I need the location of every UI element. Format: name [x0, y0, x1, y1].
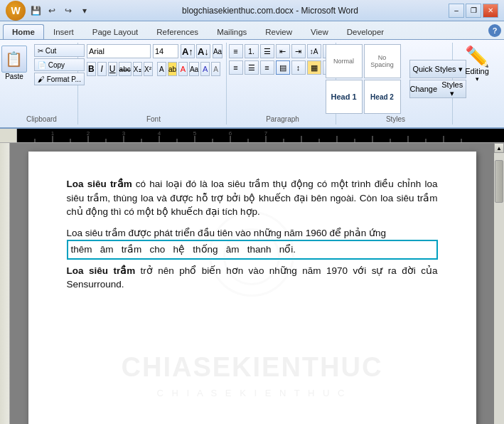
font-group-content: A↑ A↓ Aa B I U abc X₂ X² A ab A Aa: [87, 44, 220, 114]
shading-button[interactable]: ▦: [307, 60, 321, 75]
shrink-font-button[interactable]: A↓: [196, 44, 210, 58]
align-right-button[interactable]: ≡: [260, 60, 274, 75]
highlight-button[interactable]: ab: [168, 62, 177, 76]
italic-button[interactable]: I: [97, 62, 107, 76]
grow-font-button[interactable]: A↑: [181, 44, 195, 58]
style-no-spacing[interactable]: No Spacing: [364, 44, 401, 78]
underline-button[interactable]: U: [108, 62, 117, 76]
format-row: B I U abc X₂ X² A ab A Aa A A: [87, 62, 220, 76]
styles-group-label: Styles: [386, 114, 405, 123]
sort-button[interactable]: ↕A: [307, 44, 321, 58]
paragraph-group-label: Paragraph: [266, 114, 299, 123]
document-page: Loa siêu trầm có hai loại đó là loa siêu…: [28, 152, 476, 424]
scroll-up-button[interactable]: ▲: [494, 143, 504, 153]
scrollbar-thumb[interactable]: [495, 160, 503, 203]
cut-button[interactable]: ✂ Cut: [34, 44, 85, 57]
strikethrough-button[interactable]: abc: [119, 62, 132, 76]
paste-button[interactable]: 📋 Paste: [0, 44, 30, 82]
superscript-button[interactable]: X²: [144, 62, 153, 76]
save-button[interactable]: 💾: [28, 4, 43, 18]
clear-formatting-button[interactable]: Aa: [213, 44, 222, 58]
quick-access-toolbar: 💾 ↩ ↪ ▾: [28, 4, 92, 18]
styles-group-content: Normal No Spacing Head 1 Head 2 Quick: [326, 44, 466, 114]
redo-button[interactable]: ↪: [61, 4, 75, 18]
font-name-input[interactable]: [87, 44, 151, 58]
text-effects-button[interactable]: A: [157, 62, 166, 76]
copy-button[interactable]: 📄 Copy: [34, 58, 85, 71]
paste-label: Paste: [5, 73, 23, 80]
change-case-button[interactable]: Aa: [189, 62, 199, 76]
bold-button[interactable]: B: [87, 62, 96, 76]
paragraph-row2: ≡ ☰ ≡ ▤ ↕ ▦ ⊞: [229, 60, 337, 75]
decrease-indent-button[interactable]: ⇤: [276, 44, 290, 58]
tab-review[interactable]: Review: [256, 24, 301, 39]
ribbon-content: 📋 Paste ✂ Cut 📄 Copy 🖌 Format P... Clipb…: [0, 39, 504, 127]
tab-developer[interactable]: Developer: [338, 24, 393, 39]
font-size-input[interactable]: [153, 44, 178, 58]
editing-label: Editing: [465, 67, 489, 75]
increase-indent-button[interactable]: ⇥: [291, 44, 306, 58]
editing-button[interactable]: ✏️ Editing ▾: [459, 44, 495, 85]
style-heading1[interactable]: Head 1: [326, 80, 363, 114]
editing-dropdown-arrow: ▾: [476, 75, 479, 83]
office-button[interactable]: W: [6, 1, 26, 21]
window-title: blogchiasekienthuc.com.docx - Microsoft …: [92, 6, 449, 16]
style-normal[interactable]: Normal: [326, 44, 363, 78]
para2-intro-text: Loa siêu trầm được phát triển đầu tiên v…: [67, 228, 387, 238]
clipboard-label: Clipboard: [26, 114, 57, 123]
highlighted-text-box: thêm âm trầm cho hệ thống âm thanh nổi.: [67, 240, 438, 260]
svg-text:1: 1: [51, 130, 55, 137]
font-size-alt-button[interactable]: A: [211, 62, 220, 76]
svg-text:7: 7: [264, 130, 268, 137]
restore-button[interactable]: ❐: [466, 4, 481, 18]
watermark-main-text: CHIASEKIENTHUC: [122, 348, 383, 387]
subscript-button[interactable]: X₂: [133, 62, 142, 76]
svg-text:2: 2: [87, 130, 90, 137]
editing-group: ✏️ Editing ▾: [456, 43, 498, 124]
help-circle-icon[interactable]: ?: [488, 24, 501, 39]
align-left-button[interactable]: ≡: [229, 60, 243, 75]
justify-button[interactable]: ▤: [276, 60, 290, 75]
tab-insert[interactable]: Insert: [44, 24, 83, 39]
style-thumbnails: Normal No Spacing Head 1 Head 2: [326, 44, 404, 114]
title-bar: W 💾 ↩ ↪ ▾ blogchiasekienthuc.com.docx - …: [0, 0, 504, 21]
format-painter-button[interactable]: 🖌 Format P...: [34, 73, 85, 85]
style-heading2[interactable]: Head 2: [364, 80, 401, 114]
document-area[interactable]: Loa siêu trầm có hai loại đó là loa siêu…: [10, 143, 494, 424]
change-styles-label: Change: [410, 85, 438, 93]
font-color2-button[interactable]: A: [200, 62, 210, 76]
clipboard-group: 📋 Paste ✂ Cut 📄 Copy 🖌 Format P... Clipb…: [6, 43, 78, 124]
grow-shrink-buttons: A↑ A↓: [181, 44, 210, 58]
ruler-corner: [0, 129, 17, 143]
watermark-sub-text: C H I A S E K I E N T H U C: [122, 387, 383, 401]
bullets-button[interactable]: ≡: [229, 44, 243, 58]
scrollbar-track[interactable]: [494, 153, 504, 424]
bold-text-3: Loa siêu trầm: [67, 265, 136, 276]
editing-icon: ✏️: [465, 47, 490, 67]
center-button[interactable]: ☰: [245, 60, 259, 75]
paragraph-1: Loa siêu trầm có hai loại đó là loa siêu…: [67, 177, 438, 219]
numbering-button[interactable]: 1.: [245, 44, 259, 58]
paragraph-2-intro: Loa siêu trầm được phát triển đầu tiên v…: [67, 226, 438, 240]
tab-mailings[interactable]: Mailings: [208, 24, 256, 39]
styles-group: Normal No Spacing Head 1 Head 2 Quick: [339, 43, 453, 124]
paragraph-row1: ≡ 1. ☰ ⇤ ⇥ ↕A ¶: [229, 44, 337, 58]
undo-button[interactable]: ↩: [45, 4, 59, 18]
tab-home[interactable]: Home: [3, 24, 44, 39]
quick-access-more-button[interactable]: ▾: [77, 4, 92, 18]
tab-view[interactable]: View: [301, 24, 338, 39]
svg-text:3: 3: [122, 130, 126, 137]
multilevel-list-button[interactable]: ☰: [260, 44, 274, 58]
line-spacing-button[interactable]: ↕: [291, 60, 306, 75]
close-button[interactable]: ✕: [483, 4, 498, 18]
vertical-ruler: [0, 143, 10, 424]
minimize-button[interactable]: –: [449, 4, 464, 18]
font-name-row: A↑ A↓ Aa: [87, 44, 220, 58]
svg-text:4: 4: [158, 130, 161, 137]
tab-references[interactable]: References: [147, 24, 208, 39]
font-color-button[interactable]: A: [178, 62, 188, 76]
svg-rect-0: [17, 129, 504, 143]
tab-page-layout[interactable]: Page Layout: [83, 24, 148, 39]
quick-styles-label: Quick: [412, 65, 432, 73]
main-area: Loa siêu trầm có hai loại đó là loa siêu…: [0, 143, 504, 424]
